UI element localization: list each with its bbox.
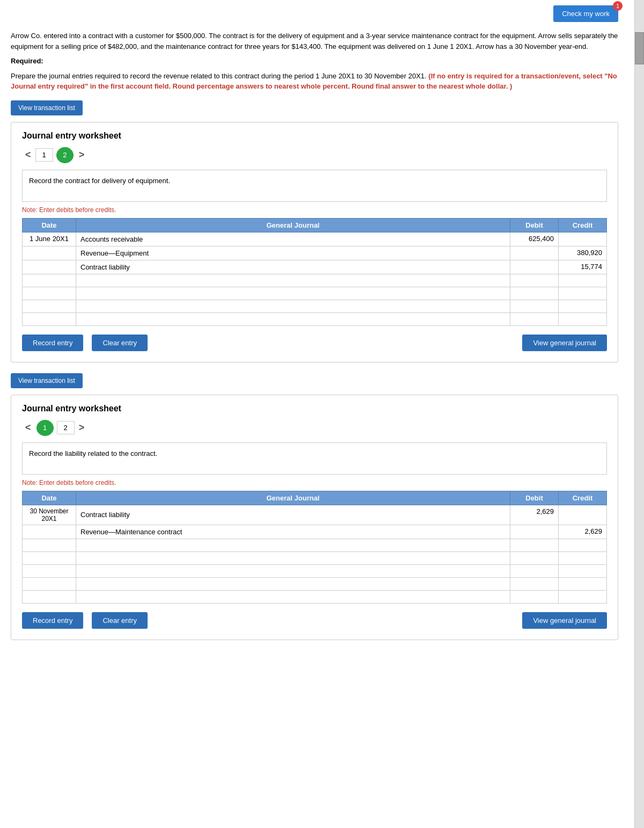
cell-date xyxy=(23,564,76,577)
cell-journal[interactable]: Accounts receivable xyxy=(76,232,510,246)
cell-debit[interactable] xyxy=(510,564,559,577)
cell-credit[interactable]: 15,774 xyxy=(559,260,607,274)
problem-description: Arrow Co. entered into a contract with a… xyxy=(11,31,618,52)
worksheet-2-prev-arrow[interactable]: < xyxy=(22,421,34,434)
table-row xyxy=(23,577,607,590)
cell-date xyxy=(23,287,76,300)
record-entry-button-2[interactable]: Record entry xyxy=(22,612,83,629)
cell-debit[interactable] xyxy=(510,287,559,300)
table-row: 1 June 20X1 Accounts receivable 625,400 xyxy=(23,232,607,246)
view-general-journal-button-2[interactable]: View general journal xyxy=(522,612,607,629)
record-entry-button-1[interactable]: Record entry xyxy=(22,335,83,351)
cell-debit[interactable] xyxy=(510,539,559,551)
cell-journal[interactable] xyxy=(76,564,510,577)
cell-journal[interactable] xyxy=(76,539,510,551)
cell-credit[interactable] xyxy=(559,287,607,300)
worksheet-1-note: Note: Enter debits before credits. xyxy=(22,206,607,214)
cell-journal[interactable] xyxy=(76,274,510,287)
worksheet-1-prev-arrow[interactable]: < xyxy=(22,148,34,162)
worksheet-1-tab-1[interactable]: 1 xyxy=(35,148,53,162)
cell-debit[interactable] xyxy=(510,300,559,313)
table-row xyxy=(23,274,607,287)
table-row xyxy=(23,287,607,300)
cell-journal[interactable]: Contract liability xyxy=(76,260,510,274)
worksheet-2-instruction: Record the liability related to the cont… xyxy=(22,442,607,475)
clear-entry-button-2[interactable]: Clear entry xyxy=(92,612,148,629)
worksheet-1-btn-row: Record entry Clear entry View general jo… xyxy=(22,335,607,351)
table-row: Revenue—Equipment 380,920 xyxy=(23,246,607,260)
cell-debit[interactable] xyxy=(510,313,559,325)
col-journal-2: General Journal xyxy=(76,491,510,505)
worksheet-1-tab-2[interactable]: 2 xyxy=(56,147,74,163)
worksheet-1: Journal entry worksheet < 1 2 > Record t… xyxy=(11,122,618,362)
worksheet-1-title: Journal entry worksheet xyxy=(22,131,607,141)
required-instructions: Prepare the journal entries required to … xyxy=(11,71,618,92)
cell-credit[interactable] xyxy=(559,590,607,603)
cell-journal[interactable] xyxy=(76,287,510,300)
worksheet-1-next-arrow[interactable]: > xyxy=(76,148,88,162)
worksheet-2-tab-1[interactable]: 1 xyxy=(36,420,54,436)
cell-journal[interactable]: Revenue—Equipment xyxy=(76,246,510,260)
worksheet-2: Journal entry worksheet < 1 2 > Record t… xyxy=(11,395,618,640)
cell-credit[interactable] xyxy=(559,274,607,287)
cell-debit[interactable] xyxy=(510,577,559,590)
cell-credit[interactable] xyxy=(559,505,607,525)
cell-credit[interactable] xyxy=(559,313,607,325)
cell-credit[interactable] xyxy=(559,577,607,590)
cell-journal[interactable] xyxy=(76,313,510,325)
cell-debit[interactable]: 2,629 xyxy=(510,505,559,525)
worksheet-2-tabs: < 1 2 > xyxy=(22,420,607,436)
col-journal-1: General Journal xyxy=(76,218,510,232)
cell-debit[interactable] xyxy=(510,590,559,603)
cell-journal[interactable] xyxy=(76,577,510,590)
cell-credit[interactable] xyxy=(559,551,607,564)
col-debit-1: Debit xyxy=(510,218,559,232)
cell-debit[interactable]: 625,400 xyxy=(510,232,559,246)
cell-date xyxy=(23,539,76,551)
cell-journal[interactable] xyxy=(76,551,510,564)
table-row: Revenue—Maintenance contract 2,629 xyxy=(23,525,607,539)
cell-debit[interactable] xyxy=(510,525,559,539)
worksheet-2-btn-row: Record entry Clear entry View general jo… xyxy=(22,612,607,629)
table-row xyxy=(23,313,607,325)
cell-journal[interactable] xyxy=(76,590,510,603)
worksheet-1-tabs: < 1 2 > xyxy=(22,147,607,163)
cell-journal[interactable] xyxy=(76,300,510,313)
cell-credit[interactable] xyxy=(559,564,607,577)
col-credit-1: Credit xyxy=(559,218,607,232)
cell-credit[interactable] xyxy=(559,300,607,313)
cell-debit[interactable] xyxy=(510,274,559,287)
worksheet-1-table: Date General Journal Debit Credit 1 June… xyxy=(22,218,607,326)
check-badge: 1 xyxy=(613,1,623,11)
cell-credit[interactable] xyxy=(559,539,607,551)
worksheet-2-title: Journal entry worksheet xyxy=(22,404,607,413)
worksheet-2-next-arrow[interactable]: > xyxy=(76,421,88,434)
cell-date xyxy=(23,551,76,564)
table-row xyxy=(23,539,607,551)
view-transaction-list-btn-2[interactable]: View transaction list xyxy=(11,373,83,388)
cell-credit[interactable]: 2,629 xyxy=(559,525,607,539)
worksheet-2-table: Date General Journal Debit Credit 30 Nov… xyxy=(22,491,607,604)
clear-entry-button-1[interactable]: Clear entry xyxy=(92,335,148,351)
check-my-work-button[interactable]: Check my work xyxy=(553,5,618,22)
cell-credit[interactable] xyxy=(559,232,607,246)
cell-debit[interactable] xyxy=(510,246,559,260)
cell-journal[interactable]: Contract liability xyxy=(76,505,510,525)
cell-debit[interactable] xyxy=(510,551,559,564)
cell-debit[interactable] xyxy=(510,260,559,274)
worksheet-1-instruction: Record the contract for delivery of equi… xyxy=(22,170,607,202)
table-row xyxy=(23,590,607,603)
view-transaction-list-btn-1[interactable]: View transaction list xyxy=(11,100,83,115)
problem-text-block: Arrow Co. entered into a contract with a… xyxy=(11,31,618,92)
cell-journal[interactable]: Revenue—Maintenance contract xyxy=(76,525,510,539)
cell-date xyxy=(23,274,76,287)
cell-credit[interactable]: 380,920 xyxy=(559,246,607,260)
col-date-2: Date xyxy=(23,491,76,505)
cell-date: 30 November20X1 xyxy=(23,505,76,525)
cell-date xyxy=(23,577,76,590)
col-date-1: Date xyxy=(23,218,76,232)
worksheet-2-tab-2[interactable]: 2 xyxy=(57,421,75,434)
view-general-journal-button-1[interactable]: View general journal xyxy=(522,335,607,351)
table-row xyxy=(23,300,607,313)
worksheet-2-note: Note: Enter debits before credits. xyxy=(22,479,607,486)
